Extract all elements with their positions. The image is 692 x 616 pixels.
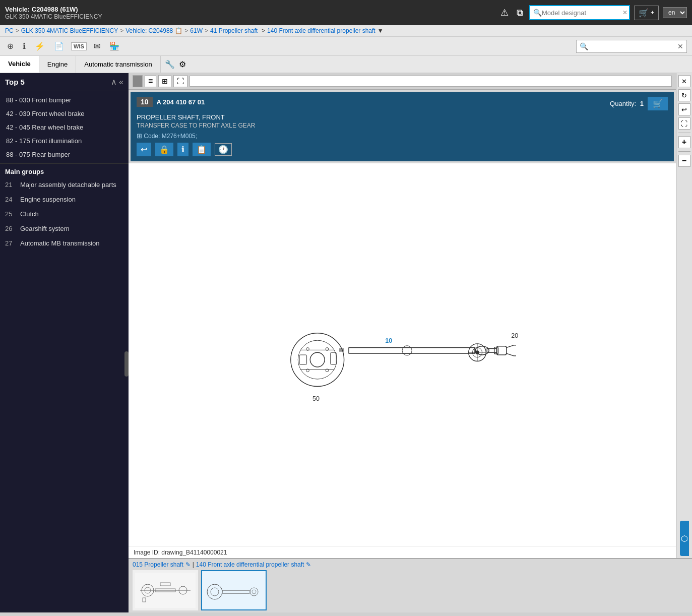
tab-icon-gear[interactable]: ⚙ bbox=[179, 59, 186, 69]
filter-toolbar-btn[interactable]: ⚡ bbox=[33, 40, 47, 52]
thumbnails-row bbox=[133, 570, 688, 610]
cart-button[interactable]: 🛒 + bbox=[634, 6, 659, 20]
sidebar-scrollbar[interactable] bbox=[124, 351, 129, 377]
breadcrumb-current[interactable]: 140 Front axle differential propeller sh… bbox=[267, 27, 375, 34]
warning-icon-btn[interactable]: ⚠ bbox=[498, 6, 511, 19]
breadcrumb-propeller[interactable]: 41 Propeller shaft bbox=[210, 27, 258, 34]
group-item-21[interactable]: 21 Major assembly detachable parts bbox=[0, 177, 129, 192]
top5-item-0[interactable]: 88 - 030 Front bumper bbox=[0, 93, 129, 107]
breadcrumb-dropdown-icon[interactable]: ▼ bbox=[378, 27, 384, 34]
diagram-svg: 20 bbox=[276, 272, 528, 438]
breadcrumb: PC > GLK 350 4MATIC BlueEFFICIENCY > Veh… bbox=[0, 25, 692, 37]
rt-close-btn[interactable]: ✕ bbox=[678, 75, 690, 87]
center-panel: ≡ ⊞ ⛶ 10 A 204 410 67 01 Quantit bbox=[129, 73, 676, 558]
cart-icon: 🛒 bbox=[639, 8, 649, 18]
tab-vehicle[interactable]: Vehicle bbox=[0, 56, 39, 73]
part-info-btn[interactable]: ℹ bbox=[177, 143, 188, 156]
thumbnail-bar: 015 Propeller shaft ✎ | 140 Front axle d… bbox=[129, 558, 692, 612]
top5-item-2[interactable]: 42 - 045 Rear wheel brake bbox=[0, 120, 129, 134]
content-area: ≡ ⊞ ⛶ 10 A 204 410 67 01 Quantit bbox=[129, 73, 692, 558]
breadcrumb-pc[interactable]: PC bbox=[5, 27, 14, 34]
toolbar-search-icon: 🔍 bbox=[580, 42, 588, 50]
clear-search-icon[interactable]: ✕ bbox=[622, 9, 627, 16]
thumbnail-labels: 015 Propeller shaft ✎ | 140 Front axle d… bbox=[133, 561, 688, 568]
model-search-input[interactable] bbox=[542, 9, 622, 17]
rt-zoom-in-btn[interactable]: + bbox=[678, 136, 690, 148]
part-item-left: 10 A 204 410 67 01 bbox=[137, 97, 205, 107]
expand-view-btn[interactable]: ⛶ bbox=[173, 75, 187, 87]
part-sku: A 204 410 67 01 bbox=[157, 98, 205, 106]
thumb-label-140[interactable]: 140 Front axle differential propeller sh… bbox=[196, 561, 311, 568]
breadcrumb-61w[interactable]: 61W bbox=[190, 27, 203, 34]
tab-vehicle-label: Vehicle bbox=[8, 60, 31, 68]
grid-view-btn[interactable]: ⊞ bbox=[158, 75, 171, 87]
thumb-label-separator: | bbox=[193, 561, 194, 568]
add-to-cart-btn[interactable]: 🛒 bbox=[648, 97, 668, 110]
top5-controls: ∧ « bbox=[111, 77, 123, 87]
top5-shrink-btn[interactable]: « bbox=[119, 77, 123, 87]
repeat-icon-btn[interactable]: ↩ bbox=[137, 143, 151, 156]
language-selector[interactable]: en de fr bbox=[663, 7, 687, 18]
wis-toolbar-btn[interactable]: WIS bbox=[71, 42, 87, 50]
zoom-in-toolbar-btn[interactable]: ⊕ bbox=[5, 40, 16, 52]
thumb-label-015[interactable]: 015 Propeller shaft ✎ bbox=[133, 561, 191, 568]
thumbnail-015[interactable] bbox=[133, 570, 198, 610]
thumbnail-140[interactable] bbox=[201, 570, 267, 610]
right-toolbar: ✕ ↻ ↩ ⛶ + − ⬡ bbox=[676, 73, 692, 558]
copy-icon-btn[interactable]: ⧉ bbox=[515, 7, 525, 19]
part-item-header: 10 A 204 410 67 01 Quantity: 1 🛒 bbox=[137, 97, 668, 110]
part-item-right: Quantity: 1 🛒 bbox=[610, 97, 668, 110]
tab-engine[interactable]: Engine bbox=[39, 56, 76, 73]
rt-zoom-tab[interactable]: ⬡ bbox=[680, 521, 689, 556]
breadcrumb-glk[interactable]: GLK 350 4MATIC BlueEFFICIENCY bbox=[21, 27, 118, 34]
list-view-btn[interactable]: ≡ bbox=[145, 75, 156, 87]
mail-toolbar-btn[interactable]: ✉ bbox=[92, 40, 102, 52]
toolbar-search-box: 🔍 ✕ bbox=[576, 40, 687, 53]
group-item-26[interactable]: 26 Gearshift system bbox=[0, 221, 129, 236]
tab-auto-label: Automatic transmission bbox=[84, 60, 152, 68]
rt-separator-1 bbox=[678, 133, 690, 133]
vehicle-model: GLK 350 4MATIC BlueEFFICIENCY bbox=[5, 13, 102, 20]
diagram-area: 20 bbox=[129, 163, 676, 558]
toolbar-search-input[interactable] bbox=[588, 42, 677, 50]
search-highlight-bar[interactable] bbox=[190, 76, 672, 87]
lock-icon-btn[interactable]: 🔒 bbox=[155, 143, 173, 156]
breadcrumb-vehicle[interactable]: Vehicle: C204988 bbox=[125, 27, 173, 34]
center-right: ≡ ⊞ ⛶ 10 A 204 410 67 01 Quantit bbox=[129, 73, 692, 612]
rt-expand-btn[interactable]: ⛶ bbox=[678, 117, 690, 130]
info-toolbar-btn[interactable]: ℹ bbox=[21, 40, 28, 52]
top5-header: Top 5 ∧ « bbox=[0, 73, 129, 91]
vehicle-link-icon[interactable]: 📋 bbox=[175, 27, 182, 34]
thumb-edit-icon-015[interactable]: ✎ bbox=[185, 561, 191, 568]
top5-title: Top 5 bbox=[5, 78, 25, 86]
shop-toolbar-btn[interactable]: 🏪 bbox=[107, 40, 121, 52]
main-groups-list: 21 Major assembly detachable parts 24 En… bbox=[0, 177, 129, 251]
tab-automatic-transmission[interactable]: Automatic transmission bbox=[76, 56, 160, 73]
toolbar-row: ⊕ ℹ ⚡ 📄 WIS ✉ 🏪 🔍 ✕ bbox=[0, 37, 692, 56]
group-item-25[interactable]: 25 Clutch bbox=[0, 207, 129, 221]
toolbar-clear-btn[interactable]: ✕ bbox=[677, 42, 683, 50]
quantity-label: Quantity: 1 bbox=[610, 100, 644, 107]
top-bar: Vehicle: C204988 (61W) GLK 350 4MATIC Bl… bbox=[0, 0, 692, 25]
rt-zoom-out-btn[interactable]: − bbox=[678, 155, 690, 167]
group-item-24[interactable]: 24 Engine suspension bbox=[0, 192, 129, 207]
diagram-image-id: Image ID: drawing_B41140000021 bbox=[129, 546, 676, 558]
top5-collapse-btn[interactable]: ∧ bbox=[111, 77, 117, 87]
thumb-edit-icon-140[interactable]: ✎ bbox=[306, 561, 311, 568]
part-clipboard-btn[interactable]: 📋 bbox=[193, 143, 211, 156]
document-toolbar-btn[interactable]: 📄 bbox=[52, 40, 66, 52]
top5-item-1[interactable]: 42 - 030 Front wheel brake bbox=[0, 107, 129, 120]
rt-refresh-btn[interactable]: ↻ bbox=[678, 89, 690, 101]
svg-text:20: 20 bbox=[511, 332, 518, 339]
top5-item-3[interactable]: 82 - 175 Front illumination bbox=[0, 134, 129, 148]
sidebar: Top 5 ∧ « 88 - 030 Front bumper 42 - 030… bbox=[0, 73, 129, 612]
part-item-10: 10 A 204 410 67 01 Quantity: 1 🛒 PROPELL… bbox=[131, 92, 674, 161]
tab-icon-wrench[interactable]: 🔧 bbox=[165, 59, 175, 69]
sidebar-groups-container: 21 Major assembly detachable parts 24 En… bbox=[0, 177, 129, 612]
top5-item-4[interactable]: 88 - 075 Rear bumper bbox=[0, 148, 129, 161]
rt-undo-btn[interactable]: ↩ bbox=[678, 103, 690, 115]
table-icon: ⊞ bbox=[137, 132, 142, 140]
clock-history-btn[interactable]: 🕐 bbox=[215, 143, 232, 156]
svg-text:10: 10 bbox=[385, 337, 392, 344]
group-item-27[interactable]: 27 Automatic MB transmission bbox=[0, 236, 129, 251]
